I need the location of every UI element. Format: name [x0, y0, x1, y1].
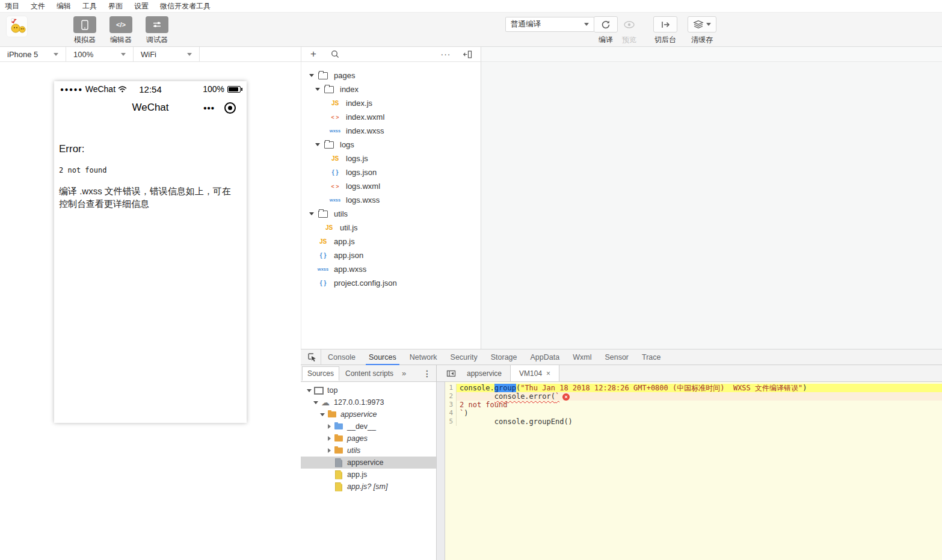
file-tree-item[interactable]: logs.json [301, 165, 481, 179]
line-number[interactable]: 3 [445, 401, 457, 409]
zoom-select[interactable]: 100% [66, 47, 134, 61]
more-options-icon[interactable]: ··· [439, 47, 453, 61]
close-tab-icon[interactable]: × [546, 369, 550, 378]
devtools-tab-appdata[interactable]: AppData [524, 349, 567, 365]
file-gray-icon [334, 458, 343, 467]
overflow-chevron-icon[interactable]: » [402, 369, 406, 378]
code-line[interactable]: 32 not found [445, 401, 942, 409]
file-tree-item[interactable]: app.wxss [301, 262, 481, 276]
tab-sources[interactable]: Sources [302, 366, 339, 381]
menu-item[interactable]: 设置 [134, 1, 149, 11]
clear-cache-button[interactable]: 清缓存 [688, 16, 716, 45]
navigator-item[interactable]: __dev__ [301, 420, 436, 432]
user-avatar[interactable] [6, 16, 28, 37]
kebab-menu-icon[interactable]: ⋮ [423, 369, 431, 378]
menu-item[interactable]: 界面 [108, 1, 123, 11]
navigator-item[interactable]: pages [301, 432, 436, 445]
file-tree-item[interactable]: util.js [301, 221, 481, 235]
file-tree-item[interactable]: logs [301, 138, 481, 152]
navigator-item[interactable]: app.js [301, 469, 436, 481]
collapse-panel-icon[interactable] [460, 47, 475, 61]
preview-button[interactable]: 预览 [617, 16, 641, 45]
compile-mode-select[interactable]: 普通编译 [505, 17, 594, 32]
navigator-item[interactable]: appservice [301, 408, 436, 420]
navigator-item[interactable]: appservice [301, 457, 436, 469]
add-file-icon[interactable]: + [306, 47, 321, 61]
file-tree-item[interactable]: logs.wxss [301, 193, 481, 207]
devtools-tab-sensor[interactable]: Sensor [598, 349, 635, 365]
menu-item[interactable]: 项目 [5, 1, 19, 11]
tree-caret-icon[interactable] [315, 143, 321, 146]
editor-button[interactable]: </> 编辑器 [105, 16, 137, 45]
file-tree-item[interactable]: index [301, 82, 481, 96]
file-tree-item[interactable]: logs.wxml [301, 179, 481, 193]
navigator-label: utils [347, 446, 360, 455]
code-editor[interactable]: 1console.group("Thu Jan 18 2018 12:28:26… [445, 382, 942, 560]
editor-tab-vm104[interactable]: VM104 × [510, 365, 559, 381]
file-tree-item[interactable]: index.js [301, 96, 481, 110]
line-number[interactable]: 1 [445, 384, 457, 392]
chevron-down-icon [187, 53, 192, 56]
line-number[interactable]: 5 [445, 417, 457, 426]
clear-cache-label: 清缓存 [688, 35, 716, 45]
navigator-item[interactable]: top [301, 384, 436, 396]
file-tree-item[interactable]: app.json [301, 248, 481, 262]
code-token: console.groupEnd() [460, 417, 573, 426]
navigator-scrollbar[interactable] [436, 382, 445, 560]
devtools-tab-storage[interactable]: Storage [484, 349, 524, 365]
devtools-tab-network[interactable]: Network [403, 349, 444, 365]
switch-background-button[interactable]: 切后台 [653, 16, 677, 45]
line-number[interactable]: 2 [445, 392, 457, 401]
file-tree-item[interactable]: pages [301, 69, 481, 82]
tree-caret-icon[interactable] [325, 448, 333, 453]
avatar-image [7, 16, 28, 37]
network-select[interactable]: WiFi [134, 47, 200, 61]
tree-caret-icon[interactable] [325, 424, 333, 429]
file-tree-item[interactable]: project.config.json [301, 276, 481, 290]
simulator-button[interactable]: 模拟器 [69, 16, 100, 45]
code-line[interactable]: 5 console.groupEnd() [445, 417, 942, 426]
menu-item[interactable]: 微信开发者工具 [160, 1, 211, 11]
tree-caret-icon[interactable] [309, 74, 315, 77]
code-line[interactable]: 4`) [445, 409, 942, 417]
code-line[interactable]: 1console.group("Thu Jan 18 2018 12:28:26… [445, 384, 942, 392]
compile-button[interactable]: 编译 [594, 16, 618, 45]
tree-caret-icon[interactable] [306, 389, 313, 392]
file-tree-item[interactable]: app.js [301, 235, 481, 248]
tree-caret-icon[interactable] [312, 401, 319, 404]
main-toolbar: 模拟器 </> 编辑器 调试器 普通编译 编译 预览 [0, 12, 942, 47]
navigator-item[interactable]: app.js? [sm] [301, 481, 436, 493]
file-tree-item[interactable]: index.wxml [301, 110, 481, 124]
hide-navigator-icon[interactable] [444, 368, 458, 380]
device-select[interactable]: iPhone 5 [0, 47, 66, 61]
line-number[interactable]: 4 [445, 409, 457, 417]
editor-tab-appservice[interactable]: appservice [458, 365, 510, 381]
battery-percent-label: 100% [203, 84, 224, 94]
folder-orange-icon [334, 434, 343, 443]
devtools-tab-trace[interactable]: Trace [635, 349, 668, 365]
more-menu-icon[interactable]: ••• [203, 103, 215, 113]
devtools-tab-sources[interactable]: Sources [362, 349, 403, 365]
tree-caret-icon[interactable] [309, 212, 315, 215]
tab-content-scripts[interactable]: Content scripts [340, 367, 398, 380]
exit-capsule-icon[interactable] [224, 102, 236, 114]
devtools-tab-console[interactable]: Console [321, 349, 362, 365]
navigator-item[interactable]: 127.0.0.1:9973 [301, 396, 436, 408]
tree-caret-icon[interactable] [319, 413, 326, 416]
devtools-tab-wxml[interactable]: Wxml [566, 349, 598, 365]
menu-item[interactable]: 编辑 [57, 1, 71, 11]
error-title: Error: [59, 143, 85, 155]
file-tree-item[interactable]: index.wxss [301, 124, 481, 138]
file-tree-item[interactable]: logs.js [301, 152, 481, 165]
menu-item[interactable]: 文件 [31, 1, 45, 11]
inspect-element-icon[interactable] [303, 349, 321, 365]
navigator-item[interactable]: utils [301, 445, 436, 457]
debugger-button[interactable]: 调试器 [141, 16, 173, 45]
search-icon[interactable] [328, 47, 342, 61]
tree-caret-icon[interactable] [315, 88, 321, 91]
tree-caret-icon[interactable] [325, 436, 333, 441]
devtools-tab-security[interactable]: Security [444, 349, 484, 365]
menu-item[interactable]: 工具 [82, 1, 97, 11]
code-line[interactable]: 2 console.error(`× [445, 392, 942, 401]
file-tree-item[interactable]: utils [301, 207, 481, 221]
